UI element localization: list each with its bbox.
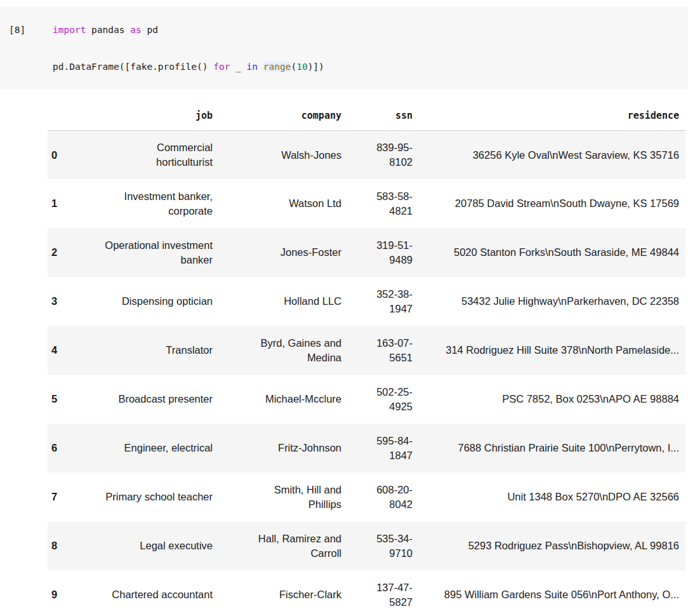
table-row: 0Commercial horticulturistWalsh-Jones839… [48,130,685,179]
row-index: 7 [48,472,70,521]
code-token: _ [230,62,246,72]
column-header-ssn: ssn [348,97,419,130]
execution-count[interactable]: [8] [9,21,53,39]
code-token: pd [142,25,158,35]
cell-company: Jones-Foster [281,245,341,259]
row-index: 6 [48,424,70,472]
table-row: 2Operational investment bankerJones-Fost… [48,228,685,277]
row-index: 2 [48,228,70,277]
cell-job: Chartered accountant [112,587,213,601]
cell-job: Operational investment banker [100,238,213,267]
row-index: 1 [48,179,70,228]
cell-residence: Unit 1348 Box 5270\nDPO AE 32566 [507,490,679,504]
code-cell[interactable]: [8] import pandas as pd pd.DataFrame([fa… [0,6,688,90]
cell-ssn: 137-47-5827 [372,580,413,609]
cell-ssn: 319-51-9489 [372,238,413,267]
cell-residence: 7688 Christian Prairie Suite 100\nPerryt… [458,441,679,455]
cell-company: Hall, Ramirez and Carroll [254,532,341,560]
code-token [258,62,263,72]
table-row: 5Broadcast presenterMichael-Mcclure502-2… [48,375,685,424]
cell-residence: 20785 David Stream\nSouth Dwayne, KS 175… [455,196,679,210]
cell-job: Commercial horticulturist [100,140,213,169]
cell-residence: 314 Rodriguez Hill Suite 378\nNorth Pame… [446,343,679,357]
cell-ssn: 163-07-5651 [372,336,413,365]
index-column-header [48,97,70,130]
code-token: ( [291,62,296,72]
table-row: 6Engineer, electricalFritz-Johnson595-84… [48,424,685,472]
code-token: )]) [308,62,324,72]
cell-residence: 895 William Gardens Suite 056\nPort Anth… [444,587,679,601]
cell-company: Smith, Hill and Phillips [254,483,341,511]
cell-ssn: 839-95-8102 [372,140,413,169]
cell-company: Michael-Mcclure [265,392,341,406]
table-body: 0Commercial horticulturistWalsh-Jones839… [48,130,685,616]
cell-company: Walsh-Jones [281,148,341,162]
row-index: 4 [48,326,70,375]
code-token: for [213,62,230,72]
code-line[interactable]: import pandas as pd [53,21,324,39]
table-header: jobcompanyssnresidence [48,97,685,130]
cell-company: Holland LLC [284,294,341,308]
cell-ssn: 583-58-4821 [372,189,413,218]
table-row: 7Primary school teacherSmith, Hill and P… [48,472,685,521]
code-token: as [130,25,141,35]
table-row: 4TranslatorByrd, Gaines and Medina163-07… [48,326,685,375]
column-header-job: job [70,97,219,130]
cell-job: Legal executive [140,539,213,552]
row-index: 0 [48,130,70,179]
cell-residence: 36256 Kyle Oval\nWest Saraview, KS 35716 [473,148,679,162]
code-token: in [247,62,258,72]
cell-residence: 5020 Stanton Forks\nSouth Saraside, ME 4… [454,245,679,259]
cell-company: Byrd, Gaines and Medina [254,336,341,365]
cell-residence: PSC 7852, Box 0253\nAPO AE 98884 [502,392,679,406]
cell-job: Primary school teacher [105,490,213,504]
cell-job: Investment banker, corporate [100,189,213,218]
code-lines[interactable]: import pandas as pd pd.DataFrame([fake.p… [53,21,324,76]
row-index: 3 [48,277,70,326]
code-token: 10 [296,62,307,72]
code-line[interactable]: pd.DataFrame([fake.profile() for _ in ra… [53,58,324,76]
dataframe-output: jobcompanyssnresidence 0Commercial horti… [48,97,685,616]
table-row: 3Dispensing opticianHolland LLC352-38-19… [48,277,685,326]
table-header-row: jobcompanyssnresidence [48,97,685,130]
cell-job: Engineer, electrical [124,441,213,455]
table-row: 9Chartered accountantFischer-Clark137-47… [48,570,685,616]
cell-job: Dispensing optician [122,294,213,308]
cell-ssn: 595-84-1847 [372,434,413,462]
code-token: range [263,62,291,72]
code-token: pd.DataFrame([fake.profile() [53,62,213,72]
cell-ssn: 502-25-4925 [372,385,413,413]
row-index: 9 [48,570,70,616]
cell-company: Fischer-Clark [279,587,341,601]
row-index: 8 [48,521,70,570]
cell-job: Translator [166,343,213,357]
cell-ssn: 352-38-1947 [372,287,413,316]
column-header-residence: residence [419,97,685,130]
code-token: pandas [86,25,130,35]
code-line[interactable] [53,39,324,58]
cell-job: Broadcast presenter [118,392,213,406]
cell-company: Watson Ltd [289,196,341,210]
code-token: import [53,25,86,35]
cell-ssn: 535-34-9710 [372,532,413,560]
cell-residence: 5293 Rodriguez Pass\nBishopview, AL 9981… [468,539,679,552]
cell-residence: 53432 Julie Highway\nParkerhaven, DC 223… [461,294,679,308]
table-row: 1Investment banker, corporateWatson Ltd5… [48,179,685,228]
cell-company: Fritz-Johnson [278,441,341,455]
column-header-company: company [219,97,348,130]
row-index: 5 [48,375,70,424]
table-row: 8Legal executiveHall, Ramirez and Carrol… [48,521,685,570]
cell-ssn: 608-20-8042 [372,483,413,511]
